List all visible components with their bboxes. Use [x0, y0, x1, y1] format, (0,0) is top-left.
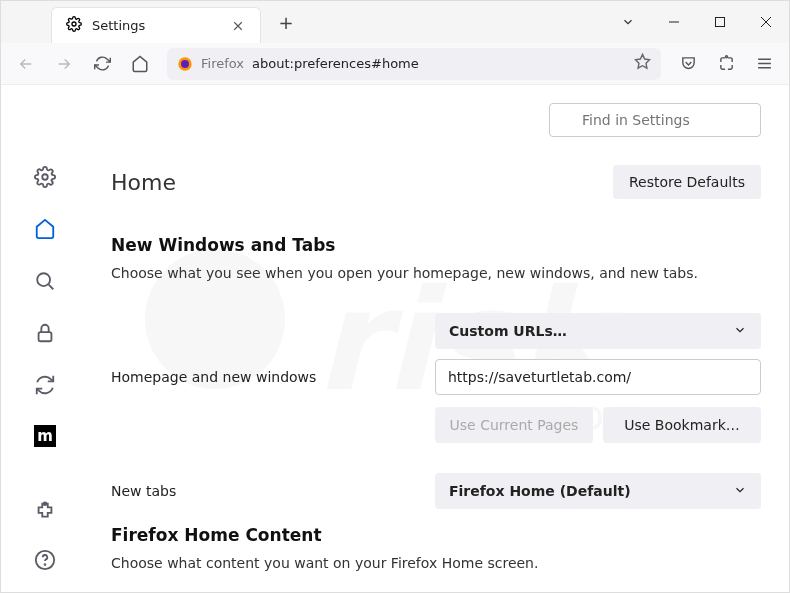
restore-defaults-button[interactable]: Restore Defaults	[613, 165, 761, 199]
sidebar-extensions-icon[interactable]	[33, 500, 57, 524]
maximize-button[interactable]	[697, 1, 743, 43]
section-home-content-desc: Choose what content you want on your Fir…	[111, 555, 761, 571]
find-settings-input[interactable]	[549, 103, 761, 137]
bookmark-star-icon[interactable]	[634, 53, 651, 74]
select-value: Firefox Home (Default)	[449, 483, 631, 499]
sidebar-help-icon[interactable]	[33, 548, 57, 572]
close-window-button[interactable]	[743, 1, 789, 43]
url-bar[interactable]: Firefox about:preferences#home	[167, 48, 661, 80]
home-button[interactable]	[123, 47, 157, 81]
new-tabs-label: New tabs	[111, 483, 421, 499]
section-new-windows-desc: Choose what you see when you open your h…	[111, 265, 761, 281]
svg-point-4	[725, 56, 727, 58]
menu-button[interactable]	[747, 47, 781, 81]
svg-point-3	[181, 60, 189, 68]
chevron-down-icon	[733, 323, 747, 340]
svg-point-9	[37, 273, 50, 286]
new-tab-button[interactable]: +	[271, 7, 301, 37]
use-bookmark-button[interactable]: Use Bookmark…	[603, 407, 761, 443]
svg-point-0	[72, 22, 76, 26]
settings-main: Home Restore Defaults New Windows and Ta…	[89, 85, 789, 592]
homepage-mode-select[interactable]: Custom URLs…	[435, 313, 761, 349]
homepage-url-input[interactable]	[435, 359, 761, 395]
navigation-toolbar: Firefox about:preferences#home	[1, 43, 789, 85]
back-button[interactable]	[9, 47, 43, 81]
firefox-icon	[177, 56, 193, 72]
select-value: Custom URLs…	[449, 323, 567, 339]
section-new-windows-title: New Windows and Tabs	[111, 235, 761, 255]
chevron-down-icon	[733, 483, 747, 500]
extensions-button[interactable]	[709, 47, 743, 81]
svg-rect-10	[39, 332, 52, 341]
reload-button[interactable]	[85, 47, 119, 81]
section-home-content-title: Firefox Home Content	[111, 525, 761, 545]
minimize-button[interactable]	[651, 1, 697, 43]
page-heading: Home	[111, 170, 176, 195]
url-identity: Firefox	[201, 56, 244, 71]
svg-rect-1	[716, 18, 725, 27]
close-tab-icon[interactable]	[230, 18, 246, 34]
gear-icon	[66, 16, 82, 36]
titlebar: Settings +	[1, 1, 789, 43]
pocket-button[interactable]	[671, 47, 705, 81]
url-text: about:preferences#home	[252, 56, 419, 71]
use-current-pages-button[interactable]: Use Current Pages	[435, 407, 593, 443]
sidebar-mcafee-icon[interactable]: m	[34, 425, 56, 447]
sidebar-sync-icon[interactable]	[33, 373, 57, 397]
sidebar-search-icon[interactable]	[33, 269, 57, 293]
new-tabs-select[interactable]: Firefox Home (Default)	[435, 473, 761, 509]
sidebar-general-icon[interactable]	[33, 165, 57, 189]
sidebar-home-icon[interactable]	[33, 217, 57, 241]
settings-sidebar: m	[1, 85, 89, 592]
svg-point-13	[45, 564, 46, 565]
tabs-dropdown-icon[interactable]	[605, 1, 651, 43]
forward-button[interactable]	[47, 47, 81, 81]
svg-point-8	[42, 174, 48, 180]
tab-title: Settings	[92, 18, 220, 33]
sidebar-privacy-icon[interactable]	[33, 321, 57, 345]
browser-tab[interactable]: Settings	[51, 7, 261, 43]
homepage-label: Homepage and new windows	[111, 369, 421, 385]
